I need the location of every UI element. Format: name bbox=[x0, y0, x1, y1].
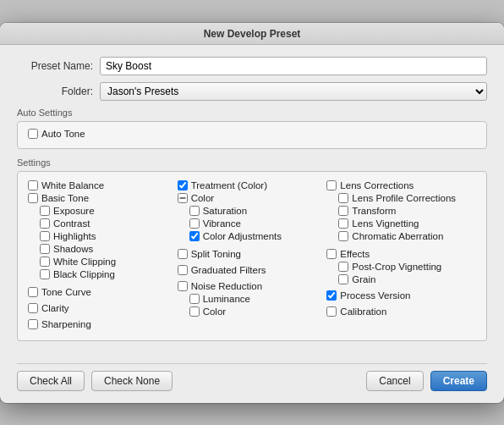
lens-corrections-checkbox[interactable] bbox=[326, 180, 337, 190]
split-toning-label[interactable]: Split Toning bbox=[191, 249, 241, 259]
settings-columns: White Balance Basic Tone Exposure Contra… bbox=[28, 180, 476, 332]
footer-left: Check All Check None bbox=[17, 371, 173, 391]
color-adjustments-checkbox[interactable] bbox=[189, 231, 200, 241]
lens-vignetting-label[interactable]: Lens Vignetting bbox=[352, 218, 419, 229]
highlights-label[interactable]: Highlights bbox=[53, 231, 96, 241]
lens-vignetting-checkbox[interactable] bbox=[338, 218, 348, 229]
highlights-item: Highlights bbox=[28, 231, 173, 241]
white-clipping-checkbox[interactable] bbox=[40, 257, 50, 267]
lens-profile-label[interactable]: Lens Profile Corrections bbox=[352, 193, 456, 203]
split-toning-item: Split Toning bbox=[178, 249, 322, 259]
basic-tone-checkbox[interactable] bbox=[28, 193, 38, 203]
clarity-label[interactable]: Clarity bbox=[41, 303, 69, 313]
color-group-checkbox[interactable] bbox=[178, 193, 188, 203]
new-develop-preset-dialog: New Develop Preset Preset Name: Folder: … bbox=[0, 23, 504, 403]
process-version-label[interactable]: Process Version bbox=[340, 290, 410, 301]
folder-select[interactable]: Jason's Presets bbox=[100, 82, 487, 101]
treatment-checkbox[interactable] bbox=[178, 180, 188, 190]
footer-right: Cancel Create bbox=[366, 371, 487, 391]
create-button[interactable]: Create bbox=[430, 371, 487, 391]
luminance-item: Luminance bbox=[178, 294, 322, 304]
cancel-button[interactable]: Cancel bbox=[366, 371, 423, 391]
lens-vignetting-item: Lens Vignetting bbox=[326, 218, 471, 229]
white-balance-checkbox[interactable] bbox=[28, 180, 38, 190]
chromatic-aberration-label[interactable]: Chromatic Aberration bbox=[352, 231, 443, 241]
shadows-label[interactable]: Shadows bbox=[53, 244, 93, 254]
clarity-item: Clarity bbox=[28, 303, 173, 313]
grain-item: Grain bbox=[326, 274, 471, 284]
dialog-title: New Develop Preset bbox=[0, 23, 504, 45]
sharpening-item: Sharpening bbox=[28, 319, 173, 329]
calibration-checkbox[interactable] bbox=[326, 306, 337, 317]
process-version-checkbox[interactable] bbox=[326, 290, 337, 301]
luminance-label[interactable]: Luminance bbox=[203, 294, 250, 304]
post-crop-label[interactable]: Post-Crop Vignetting bbox=[352, 262, 441, 272]
black-clipping-label[interactable]: Black Clipping bbox=[53, 269, 115, 279]
vibrance-label[interactable]: Vibrance bbox=[203, 218, 241, 229]
treatment-item: Treatment (Color) bbox=[178, 180, 322, 190]
black-clipping-item: Black Clipping bbox=[28, 269, 173, 279]
auto-settings-label: Auto Settings bbox=[17, 108, 487, 118]
white-balance-label[interactable]: White Balance bbox=[41, 180, 104, 190]
exposure-item: Exposure bbox=[28, 206, 173, 216]
auto-tone-label[interactable]: Auto Tone bbox=[41, 129, 85, 139]
split-toning-checkbox[interactable] bbox=[178, 249, 188, 259]
preset-name-row: Preset Name: bbox=[17, 57, 487, 75]
noise-reduction-checkbox[interactable] bbox=[178, 281, 188, 291]
basic-tone-item: Basic Tone bbox=[28, 193, 173, 203]
effects-checkbox[interactable] bbox=[326, 249, 337, 259]
check-all-button[interactable]: Check All bbox=[17, 371, 85, 391]
color-nr-checkbox[interactable] bbox=[189, 306, 200, 317]
graduated-filters-checkbox[interactable] bbox=[178, 265, 188, 275]
contrast-label[interactable]: Contrast bbox=[53, 218, 90, 229]
exposure-label[interactable]: Exposure bbox=[53, 206, 95, 216]
grain-label[interactable]: Grain bbox=[352, 274, 375, 284]
check-none-button[interactable]: Check None bbox=[91, 371, 173, 391]
transform-label[interactable]: Transform bbox=[352, 206, 396, 216]
lens-profile-item: Lens Profile Corrections bbox=[326, 193, 471, 203]
settings-label: Settings bbox=[17, 157, 487, 168]
exposure-checkbox[interactable] bbox=[40, 206, 50, 216]
transform-checkbox[interactable] bbox=[338, 206, 348, 216]
white-balance-item: White Balance bbox=[28, 180, 173, 190]
white-clipping-item: White Clipping bbox=[28, 257, 173, 267]
basic-tone-label[interactable]: Basic Tone bbox=[41, 193, 89, 203]
luminance-checkbox[interactable] bbox=[189, 294, 200, 304]
tone-curve-checkbox[interactable] bbox=[28, 287, 38, 297]
sharpening-checkbox[interactable] bbox=[28, 319, 38, 329]
highlights-checkbox[interactable] bbox=[40, 231, 50, 241]
tone-curve-label[interactable]: Tone Curve bbox=[41, 287, 91, 297]
saturation-checkbox[interactable] bbox=[189, 206, 200, 216]
color-nr-label[interactable]: Color bbox=[203, 306, 226, 317]
lens-corrections-label[interactable]: Lens Corrections bbox=[340, 180, 414, 190]
color-group-label[interactable]: Color bbox=[191, 193, 214, 203]
grain-checkbox[interactable] bbox=[338, 274, 348, 284]
color-adjustments-item: Color Adjustments bbox=[178, 231, 322, 241]
auto-tone-checkbox[interactable] bbox=[28, 129, 38, 139]
graduated-filters-item: Graduated Filters bbox=[178, 265, 322, 275]
dialog-body: Preset Name: Folder: Jason's Presets Aut… bbox=[0, 45, 504, 363]
post-crop-item: Post-Crop Vignetting bbox=[326, 262, 471, 272]
auto-settings-box: Auto Tone bbox=[17, 121, 487, 149]
calibration-label[interactable]: Calibration bbox=[340, 306, 386, 317]
settings-col1: White Balance Basic Tone Exposure Contra… bbox=[28, 180, 178, 332]
effects-label[interactable]: Effects bbox=[340, 249, 370, 259]
folder-label: Folder: bbox=[17, 86, 93, 97]
process-version-item: Process Version bbox=[326, 290, 471, 301]
shadows-checkbox[interactable] bbox=[40, 244, 50, 254]
lens-profile-checkbox[interactable] bbox=[338, 193, 348, 203]
white-clipping-label[interactable]: White Clipping bbox=[53, 257, 116, 267]
contrast-checkbox[interactable] bbox=[40, 218, 50, 229]
sharpening-label[interactable]: Sharpening bbox=[41, 319, 91, 329]
black-clipping-checkbox[interactable] bbox=[40, 269, 50, 279]
treatment-label[interactable]: Treatment (Color) bbox=[191, 180, 267, 190]
vibrance-checkbox[interactable] bbox=[189, 218, 200, 229]
clarity-checkbox[interactable] bbox=[28, 303, 38, 313]
post-crop-checkbox[interactable] bbox=[338, 262, 348, 272]
saturation-label[interactable]: Saturation bbox=[203, 206, 247, 216]
color-adjustments-label[interactable]: Color Adjustments bbox=[203, 231, 282, 241]
chromatic-aberration-checkbox[interactable] bbox=[338, 231, 348, 241]
noise-reduction-label[interactable]: Noise Reduction bbox=[191, 281, 262, 291]
preset-name-input[interactable] bbox=[100, 57, 487, 75]
graduated-filters-label[interactable]: Graduated Filters bbox=[191, 265, 266, 275]
